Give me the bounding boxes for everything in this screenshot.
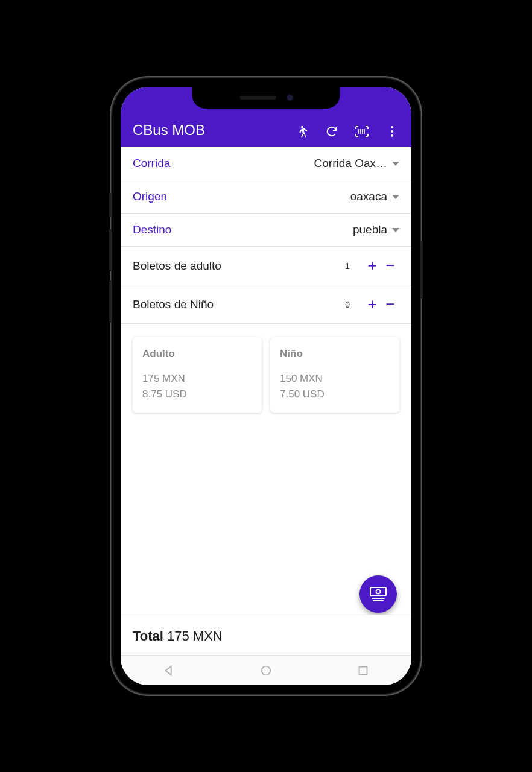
notch xyxy=(192,87,340,109)
volume-down-button xyxy=(109,280,112,323)
adult-plus-button[interactable]: + xyxy=(363,256,381,275)
child-minus-button[interactable]: − xyxy=(381,295,399,314)
power-button xyxy=(420,241,423,299)
pay-fab[interactable] xyxy=(359,575,397,613)
money-icon xyxy=(369,586,387,602)
origen-value: oaxaca xyxy=(350,190,387,203)
adult-price-mxn: 175 MXN xyxy=(142,371,252,387)
barcode-icon[interactable] xyxy=(355,124,369,139)
svg-point-2 xyxy=(376,590,381,594)
screen: CBus MOB Corrida Corrida Oax… xyxy=(121,87,411,685)
back-button[interactable] xyxy=(162,664,176,677)
phone-frame: CBus MOB Corrida Corrida Oax… xyxy=(112,78,420,694)
chevron-down-icon xyxy=(392,162,399,166)
child-tickets-label: Boletos de Niño xyxy=(133,298,341,311)
chevron-down-icon xyxy=(392,228,399,232)
child-price-mxn: 150 MXN xyxy=(280,371,390,387)
recent-button[interactable] xyxy=(356,664,370,677)
svg-rect-6 xyxy=(359,666,367,674)
total-label: Total xyxy=(133,628,163,644)
child-price-usd: 7.50 USD xyxy=(280,387,390,402)
destino-value: puebla xyxy=(353,223,387,236)
adult-minus-button[interactable]: − xyxy=(381,256,399,275)
destino-select[interactable]: Destino puebla xyxy=(121,214,411,247)
speaker xyxy=(239,96,276,100)
svg-point-0 xyxy=(301,126,303,128)
origen-select[interactable]: Origen oaxaca xyxy=(121,180,411,214)
camera xyxy=(287,95,293,101)
refresh-icon[interactable] xyxy=(325,124,339,139)
svg-rect-1 xyxy=(370,587,386,596)
more-icon[interactable] xyxy=(385,124,399,139)
adult-price-card: Adulto 175 MXN 8.75 USD xyxy=(133,337,262,413)
app-title: CBus MOB xyxy=(133,122,294,139)
corrida-label: Corrida xyxy=(133,157,314,170)
child-tickets-row: Boletos de Niño 0 + − xyxy=(121,285,411,324)
corrida-value: Corrida Oax… xyxy=(314,157,387,170)
total-value: 175 MXN xyxy=(167,628,223,644)
total-bar: Total 175 MXN xyxy=(121,615,411,655)
child-tickets-count: 0 xyxy=(341,300,350,309)
adult-tickets-count: 1 xyxy=(341,261,350,271)
walk-icon[interactable] xyxy=(294,124,309,139)
corrida-select[interactable]: Corrida Corrida Oax… xyxy=(121,147,411,180)
adult-tickets-label: Boletos de adulto xyxy=(133,259,341,273)
adult-price-usd: 8.75 USD xyxy=(142,387,252,402)
system-nav-bar xyxy=(121,655,411,685)
destino-label: Destino xyxy=(133,223,353,236)
adult-card-title: Adulto xyxy=(142,348,252,360)
volume-up-button xyxy=(109,229,112,271)
origen-label: Origen xyxy=(133,190,350,203)
child-price-card: Niño 150 MXN 7.50 USD xyxy=(270,337,399,413)
svg-rect-4 xyxy=(373,600,384,601)
svg-rect-3 xyxy=(372,598,385,599)
child-plus-button[interactable]: + xyxy=(363,295,381,314)
side-button xyxy=(109,193,112,217)
svg-point-5 xyxy=(262,666,271,675)
app-actions xyxy=(294,124,402,139)
content: Corrida Corrida Oax… Origen oaxaca Desti… xyxy=(121,147,411,655)
adult-tickets-row: Boletos de adulto 1 + − xyxy=(121,247,411,285)
home-button[interactable] xyxy=(259,664,273,677)
chevron-down-icon xyxy=(392,195,399,199)
child-card-title: Niño xyxy=(280,348,390,360)
price-cards: Adulto 175 MXN 8.75 USD Niño 150 MXN 7.5… xyxy=(121,324,411,426)
